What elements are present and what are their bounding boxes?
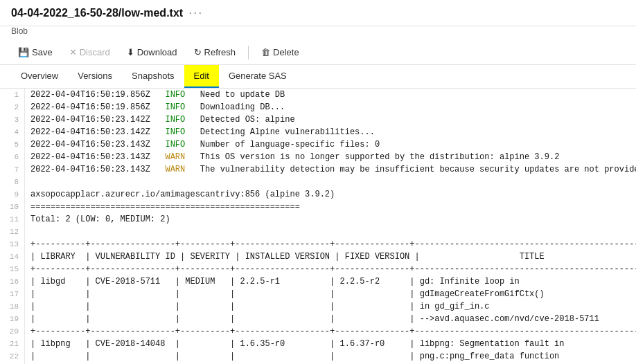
editor-line: 18| | | | | | in gd_gif_in.c | [0,300,636,313]
line-number: 8 [0,176,25,188]
line-number: 3 [0,113,25,126]
line-number: 10 [0,201,25,213]
title-bar: 04-04-2022_16-50-28/low-med.txt ··· [0,0,636,26]
tabs: Overview Versions Snapshots Edit Generat… [0,65,636,89]
refresh-button[interactable]: ↻ Refresh [187,44,243,60]
line-number: 12 [0,226,25,238]
download-label: Download [137,47,177,57]
delete-button[interactable]: 🗑 Delete [254,44,306,60]
tab-generate-sas[interactable]: Generate SAS [219,65,297,88]
editor-line: 21| libpng | CVE-2018-14048 | | 1.6.35-r… [0,338,636,350]
save-icon: 💾 [18,47,29,57]
line-content: 2022-04-04T16:50:23.143Z INFO Number of … [30,138,380,151]
line-number: 7 [0,163,25,176]
title-dots[interactable]: ··· [188,6,203,20]
editor-line: 32022-04-04T16:50:23.142Z INFO Detected … [0,113,636,126]
editor-line: 22022-04-04T16:50:19.856Z INFO Downloadi… [0,101,636,113]
editor-line: 22| | | | | | png.c:png_free_data functi… [0,350,636,363]
line-number: 11 [0,213,25,226]
tab-edit[interactable]: Edit [184,65,219,88]
editor-line: 12 [0,226,636,238]
editor-line: 14| LIBRARY | VULNERABILITY ID | SEVERIT… [0,251,636,263]
discard-label: Discard [80,47,110,57]
line-content: 2022-04-04T16:50:19.856Z INFO Downloadin… [30,101,285,113]
tab-versions[interactable]: Versions [68,65,122,88]
delete-label: Delete [273,47,299,57]
delete-icon: 🗑 [261,47,270,57]
download-icon: ⬇ [127,47,134,57]
line-number: 4 [0,126,25,138]
line-number: 13 [0,238,25,251]
line-content: 2022-04-04T16:50:23.142Z INFO Detected O… [30,113,295,126]
discard-icon: ✕ [69,47,77,57]
editor-area: 12022-04-04T16:50:19.856Z INFO Need to u… [0,89,636,364]
editor-line: 13+----------+-----------------+--------… [0,238,636,251]
line-content: | | | | | | -->avd.aquasec.com/nvd/cve-2… [30,313,636,325]
line-content: 2022-04-04T16:50:23.143Z WARN This OS ve… [30,151,559,163]
tab-snapshots[interactable]: Snapshots [122,65,184,88]
editor-line: 11Total: 2 (LOW: 0, MEDIUM: 2) [0,213,636,226]
line-number: 5 [0,138,25,151]
editor-line: 16| libgd | CVE-2018-5711 | MEDIUM | 2.2… [0,275,636,288]
save-button[interactable]: 💾 Save [11,44,60,60]
line-number: 15 [0,263,25,275]
line-content: ========================================… [30,201,300,213]
refresh-icon: ↻ [194,47,202,57]
editor-line: 12022-04-04T16:50:19.856Z INFO Need to u… [0,89,636,101]
line-content: | | | | | | gdImageCreateFromGifCtx() | [30,288,636,300]
line-content: | libpng | CVE-2018-14048 | | 1.6.35-r0 … [30,338,636,350]
line-content: 2022-04-04T16:50:23.143Z WARN The vulner… [30,163,636,176]
editor-line: 20+----------+-----------------+--------… [0,325,636,338]
editor-line: 9axsopocapplacr.azurecr.io/amimagescantr… [0,188,636,201]
line-number: 20 [0,325,25,338]
line-content: +----------+-----------------+----------… [30,263,636,275]
editor-line: 17| | | | | | gdImageCreateFromGifCtx() … [0,288,636,300]
line-number: 22 [0,350,25,363]
line-number: 2 [0,101,25,113]
line-number: 9 [0,188,25,201]
download-button[interactable]: ⬇ Download [120,44,184,60]
line-number: 6 [0,151,25,163]
refresh-label: Refresh [204,47,236,57]
editor-line: 8 [0,176,636,188]
line-number: 16 [0,275,25,288]
line-content: | | | | | | in gd_gif_in.c | [30,300,636,313]
editor-line: 15+----------+-----------------+--------… [0,263,636,275]
line-number: 19 [0,313,25,325]
line-content: 2022-04-04T16:50:23.142Z INFO Detecting … [30,126,375,138]
editor-line: 72022-04-04T16:50:23.143Z WARN The vulne… [0,163,636,176]
editor-line: 10======================================… [0,201,636,213]
line-content: +----------+-----------------+----------… [30,325,636,338]
tab-overview[interactable]: Overview [11,65,68,88]
subtitle: Blob [0,26,636,40]
line-content: Total: 2 (LOW: 0, MEDIUM: 2) [30,213,170,226]
line-number: 21 [0,338,25,350]
page-title: 04-04-2022_16-50-28/low-med.txt [11,7,183,19]
line-content: 2022-04-04T16:50:19.856Z INFO Need to up… [30,89,285,101]
line-content: +----------+-----------------+----------… [30,238,636,251]
editor-line: 42022-04-04T16:50:23.142Z INFO Detecting… [0,126,636,138]
save-label: Save [32,47,53,57]
line-number: 14 [0,251,25,263]
line-content: | | | | | | png.c:png_free_data function… [30,350,636,363]
discard-button[interactable]: ✕ Discard [62,44,117,60]
editor-line: 62022-04-04T16:50:23.143Z WARN This OS v… [0,151,636,163]
line-content: | libgd | CVE-2018-5711 | MEDIUM | 2.2.5… [30,275,636,288]
line-content: | LIBRARY | VULNERABILITY ID | SEVERITY … [30,251,636,263]
toolbar: 💾 Save ✕ Discard ⬇ Download ↻ Refresh 🗑 … [0,40,636,65]
line-number: 18 [0,300,25,313]
editor-line: 52022-04-04T16:50:23.143Z INFO Number of… [0,138,636,151]
line-number: 1 [0,89,25,101]
toolbar-separator [248,46,249,60]
editor-line: 19| | | | | | -->avd.aquasec.com/nvd/cve… [0,313,636,325]
line-content: axsopocapplacr.azurecr.io/amimagescantri… [30,188,335,201]
line-number: 17 [0,288,25,300]
